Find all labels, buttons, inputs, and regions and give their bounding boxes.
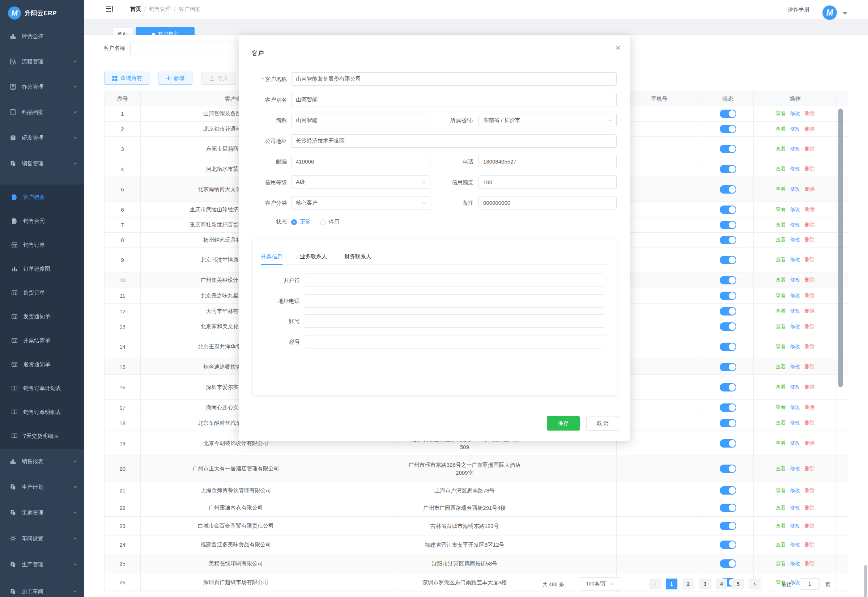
edit-link[interactable]: 修改: [790, 186, 800, 193]
edit-link[interactable]: 修改: [790, 222, 800, 228]
status-toggle[interactable]: [720, 185, 736, 193]
status-toggle[interactable]: [720, 522, 736, 530]
sidebar-item[interactable]: 客户档案: [0, 189, 84, 205]
view-link[interactable]: 查看: [776, 364, 786, 370]
category-select[interactable]: 核心客户: [291, 196, 430, 209]
status-toggle[interactable]: [720, 486, 736, 495]
view-link[interactable]: 查看: [776, 308, 786, 315]
view-link[interactable]: 查看: [776, 404, 786, 411]
account-number-input[interactable]: [304, 315, 604, 328]
delete-link[interactable]: 删除: [805, 420, 815, 426]
edit-link[interactable]: 修改: [790, 293, 800, 299]
delete-link[interactable]: 删除: [805, 466, 815, 472]
delete-link[interactable]: 删除: [805, 146, 815, 152]
delete-link[interactable]: 删除: [805, 560, 815, 567]
view-link[interactable]: 查看: [776, 505, 786, 511]
sidebar-item[interactable]: 订单进度图: [0, 260, 84, 277]
status-radio-disabled[interactable]: 停用: [320, 218, 339, 226]
import-button[interactable]: 导入: [201, 72, 236, 85]
delete-link[interactable]: 删除: [805, 186, 815, 193]
sidebar-item[interactable]: 经营总控: [0, 28, 84, 45]
edit-link[interactable]: 修改: [790, 560, 800, 567]
page-number-button[interactable]: 5: [732, 579, 744, 590]
delete-link[interactable]: 删除: [805, 126, 815, 132]
view-link[interactable]: 查看: [776, 222, 786, 228]
status-toggle[interactable]: [720, 343, 736, 351]
status-toggle[interactable]: [720, 307, 736, 315]
view-link[interactable]: 查看: [776, 466, 786, 472]
status-toggle[interactable]: [720, 363, 736, 371]
sidebar-item[interactable]: 销售报表: [0, 453, 84, 470]
edit-link[interactable]: 修改: [790, 466, 800, 472]
zip-input[interactable]: [291, 155, 430, 168]
delete-link[interactable]: 删除: [805, 505, 815, 511]
company-address-input[interactable]: [291, 134, 617, 148]
cancel-button[interactable]: 取 消: [586, 416, 619, 431]
prev-page-button[interactable]: ‹: [649, 579, 661, 590]
view-link[interactable]: 查看: [776, 126, 786, 132]
status-toggle[interactable]: [720, 404, 736, 412]
delete-link[interactable]: 删除: [805, 364, 815, 370]
edit-link[interactable]: 修改: [790, 308, 800, 315]
delete-link[interactable]: 删除: [805, 277, 815, 283]
remark-input[interactable]: [478, 196, 617, 209]
view-link[interactable]: 查看: [776, 146, 786, 152]
province-select[interactable]: 湖南省 / 长沙市: [478, 114, 617, 127]
collapse-menu-icon[interactable]: [106, 6, 114, 13]
edit-link[interactable]: 修改: [790, 110, 800, 117]
delete-link[interactable]: 删除: [805, 222, 815, 228]
edit-link[interactable]: 修改: [790, 384, 800, 391]
tax-number-input[interactable]: [304, 335, 604, 348]
credit-limit-input[interactable]: [478, 175, 617, 189]
sidebar-item[interactable]: 销售订单计划表: [0, 380, 84, 397]
delete-link[interactable]: 删除: [805, 440, 815, 447]
view-link[interactable]: 查看: [776, 542, 786, 548]
status-toggle[interactable]: [720, 236, 736, 244]
short-name-input[interactable]: [291, 114, 430, 127]
status-toggle[interactable]: [720, 165, 736, 173]
view-link[interactable]: 查看: [776, 440, 786, 447]
delete-link[interactable]: 删除: [805, 110, 815, 117]
sidebar-item[interactable]: 销售管理: [0, 155, 84, 172]
status-toggle[interactable]: [720, 439, 736, 448]
sidebar-item[interactable]: 开票结算单: [0, 332, 84, 349]
save-button[interactable]: 保存: [547, 416, 580, 431]
status-toggle[interactable]: [720, 205, 736, 214]
view-link[interactable]: 查看: [776, 237, 786, 243]
next-page-button[interactable]: ›: [749, 579, 761, 590]
page-scrollbar-thumb[interactable]: [864, 565, 867, 597]
status-toggle[interactable]: [720, 559, 736, 568]
status-toggle[interactable]: [720, 383, 736, 392]
add-button[interactable]: 新增: [158, 72, 193, 85]
status-radio-normal[interactable]: 正常: [291, 218, 311, 226]
page-number-button[interactable]: 3: [699, 579, 711, 590]
view-link[interactable]: 查看: [776, 487, 786, 494]
sidebar-item[interactable]: 7天交货明细表: [0, 428, 84, 444]
edit-link[interactable]: 修改: [790, 126, 800, 132]
sidebar-item[interactable]: 研发管理: [0, 129, 84, 146]
bank-name-input[interactable]: [304, 273, 604, 287]
delete-link[interactable]: 删除: [805, 206, 815, 213]
page-number-button[interactable]: 2: [683, 579, 694, 590]
delete-link[interactable]: 删除: [805, 404, 815, 411]
sidebar-item[interactable]: 料品档案: [0, 104, 84, 120]
view-link[interactable]: 查看: [776, 166, 786, 172]
edit-link[interactable]: 修改: [790, 343, 800, 350]
delete-link[interactable]: 删除: [805, 166, 815, 172]
view-link[interactable]: 查看: [776, 420, 786, 426]
sidebar-item[interactable]: 销售订单: [0, 237, 84, 253]
delete-link[interactable]: 删除: [805, 308, 815, 315]
edit-link[interactable]: 修改: [790, 324, 800, 330]
delete-link[interactable]: 删除: [805, 293, 815, 299]
page-number-button[interactable]: 1: [666, 579, 677, 590]
status-toggle[interactable]: [720, 221, 736, 229]
manual-link[interactable]: 操作手册: [788, 6, 809, 13]
page-size-select[interactable]: 100条/页: [579, 578, 621, 591]
edit-link[interactable]: 修改: [790, 420, 800, 426]
close-icon[interactable]: ×: [616, 43, 621, 52]
view-link[interactable]: 查看: [776, 293, 786, 299]
alias-input[interactable]: [291, 93, 617, 106]
delete-link[interactable]: 删除: [805, 523, 815, 529]
edit-link[interactable]: 修改: [790, 542, 800, 548]
sidebar-item[interactable]: 采购管理: [0, 504, 84, 521]
